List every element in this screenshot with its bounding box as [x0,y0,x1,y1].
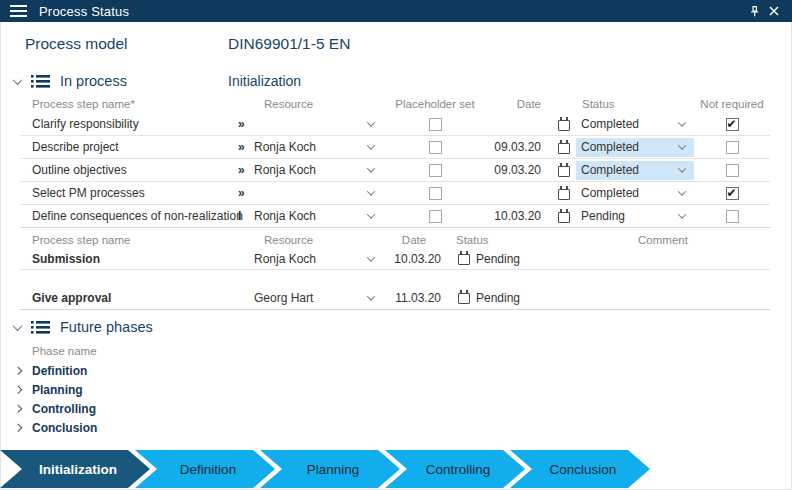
phase-arrow-definition[interactable]: Definition [135,450,275,488]
step-name: Outline objectives [20,159,238,181]
not-required-checkbox[interactable] [726,118,739,131]
date-value[interactable] [488,113,546,135]
step-name: Clarify responsibility [20,113,238,135]
expand-controlling[interactable] [8,406,28,412]
status-dropdown[interactable]: Completed [576,138,694,157]
close-button[interactable] [764,1,784,21]
phase-label[interactable]: Controlling [32,402,96,416]
status-cell: Completed [546,136,694,158]
status-dropdown[interactable]: Completed [576,184,694,203]
phase-label[interactable]: Planning [32,383,83,397]
date-value[interactable]: 09.03.20 [488,136,546,158]
calendar-icon[interactable] [558,212,570,223]
col-phase-name: Phase name [32,343,792,359]
resource-dropdown[interactable] [360,113,382,135]
placeholder-checkbox[interactable] [429,187,442,200]
step-row-select-pm-processes: Select PM processes » Completed [20,182,770,205]
status-dropdown[interactable]: Pending [576,207,694,226]
phase-arrow-label: Planning [301,462,360,477]
step-marker: » [238,136,254,158]
process-model-row: Process model DIN69901/1-5 EN [25,35,792,53]
phase-label[interactable]: Conclusion [32,421,97,435]
status-dropdown[interactable]: Completed [576,161,694,180]
calendar-icon[interactable] [558,166,570,177]
status-value: Pending [476,252,520,266]
steps-table-header: Process step name* Resource Placeholder … [20,95,770,113]
status-value: Completed [581,186,639,200]
date-value[interactable]: 10.03.20 [382,248,446,269]
expand-conclusion[interactable] [8,425,28,431]
phase-arrow-initialization[interactable]: Initialization [0,450,150,488]
date-value[interactable] [488,182,546,204]
phase-arrow-label: Conclusion [544,462,617,477]
step-link[interactable]: Submission [20,248,254,269]
titlebar: Process Status [0,0,792,22]
resource-dropdown[interactable] [360,136,382,158]
calendar-icon[interactable] [558,120,570,131]
phase-arrow-planning[interactable]: Planning [260,450,400,488]
status-dropdown[interactable]: Completed [576,115,694,134]
future-phases-section-header: Future phases [0,315,792,339]
status-cell: Pending [446,248,556,269]
pin-button[interactable] [744,1,764,21]
collapse-future-phases[interactable] [8,324,26,331]
list-icon [30,74,50,89]
chevron-down-icon [12,321,22,331]
chevron-down-icon [367,118,375,126]
step-row-define-consequences: Define consequences of non-realization I… [20,205,770,228]
phase-arrow-controlling[interactable]: Controlling [385,450,525,488]
resource-dropdown[interactable] [360,205,382,227]
phase-item-conclusion: Conclusion [0,418,792,437]
step-name: Describe project [20,136,238,158]
resource-value[interactable]: Ronja Koch [254,205,360,227]
resource-value[interactable]: Ronja Koch [254,159,360,181]
chevron-right-icon [14,386,22,394]
resource-dropdown[interactable] [360,286,382,309]
step-name: Define consequences of non-realization [20,205,238,227]
date-value[interactable]: 11.03.20 [382,286,446,309]
not-required-checkbox[interactable] [726,210,739,223]
list-icon [30,320,50,335]
step-link[interactable]: Give approval [20,286,254,309]
not-required-checkbox[interactable] [726,187,739,200]
resource-value[interactable]: Ronja Koch [254,248,360,269]
status-value: Completed [581,140,639,154]
collapse-in-process[interactable] [8,78,26,85]
placeholder-checkbox[interactable] [429,141,442,154]
chevron-right-icon [14,405,22,413]
calendar-icon[interactable] [458,293,470,304]
calendar-icon[interactable] [458,254,470,265]
comment-value[interactable] [556,248,770,269]
process-status-window: Process Status Process model DIN69901/1-… [0,0,792,490]
resource-value[interactable]: Ronja Koch [254,136,360,158]
process-model-value: DIN69901/1-5 EN [228,35,350,53]
resource-dropdown[interactable] [360,182,382,204]
resource-value[interactable] [254,113,360,135]
comment-value[interactable] [556,286,770,309]
col-comment: Comment [556,232,770,248]
chevron-down-icon [367,210,375,218]
not-required-checkbox[interactable] [726,141,739,154]
placeholder-checkbox[interactable] [429,210,442,223]
not-required-checkbox[interactable] [726,164,739,177]
phase-arrow-conclusion[interactable]: Conclusion [510,450,650,488]
expand-definition[interactable] [8,368,28,374]
placeholder-checkbox[interactable] [429,164,442,177]
resource-dropdown[interactable] [360,159,382,181]
resource-dropdown[interactable] [360,248,382,269]
resource-value[interactable]: Georg Hart [254,286,360,309]
calendar-icon[interactable] [558,143,570,154]
expand-planning[interactable] [8,387,28,393]
phase-item-planning: Planning [0,380,792,399]
phase-label[interactable]: Definition [32,364,87,378]
calendar-icon[interactable] [558,189,570,200]
placeholder-checkbox[interactable] [429,118,442,131]
date-value[interactable]: 09.03.20 [488,159,546,181]
date-value[interactable]: 10.03.20 [488,205,546,227]
resource-value[interactable] [254,182,360,204]
col-process-step-name: Process step name [20,232,254,248]
chevron-down-icon [367,292,375,300]
step-marker: » [238,159,254,181]
menu-icon[interactable] [10,5,27,17]
step-row-outline-objectives: Outline objectives » Ronja Koch 09.03.20… [20,159,770,182]
